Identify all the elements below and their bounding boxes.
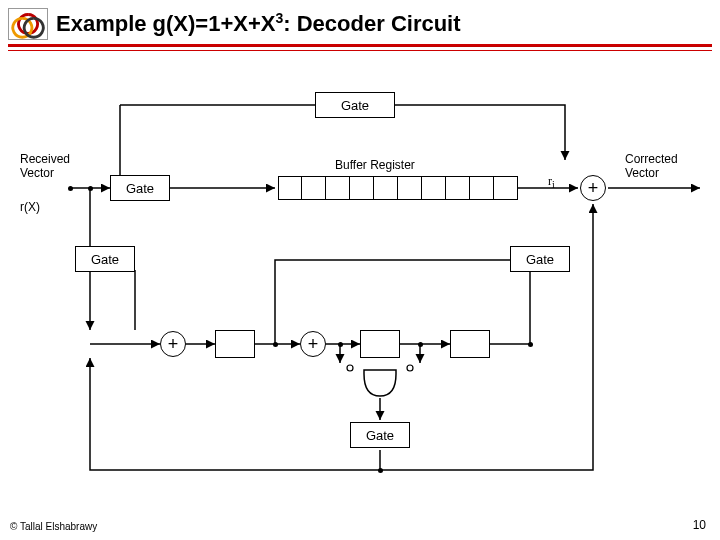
ri-label: ri: [548, 174, 555, 190]
gate-box-top: Gate: [315, 92, 395, 118]
buffer-label: Buffer Register: [335, 158, 415, 172]
received-vector-label: Received Vector: [20, 152, 70, 180]
divider: [8, 44, 712, 47]
node-dot: [418, 342, 423, 347]
corrected-vector-label: Corrected Vector: [625, 152, 678, 180]
divider: [8, 50, 712, 51]
buffer-register: [278, 176, 518, 200]
gate-box-left: Gate: [110, 175, 170, 201]
node-dot: [273, 342, 278, 347]
svg-point-0: [347, 365, 353, 371]
adder-stage1: +: [300, 331, 326, 357]
node-dot: [88, 186, 93, 191]
and-gate-icon: [362, 368, 398, 398]
gate-box-bottom: Gate: [350, 422, 410, 448]
register-stage-0: [215, 330, 255, 358]
gate-box-mid-left: Gate: [75, 246, 135, 272]
adder-stage0: +: [160, 331, 186, 357]
slide-header: Example g(X)=1+X+X3: Decoder Circuit: [8, 8, 712, 40]
node-dot: [528, 342, 533, 347]
page-number: 10: [693, 518, 706, 532]
rx-label: r(X): [20, 200, 40, 214]
node-dot: [68, 186, 73, 191]
adder-output: +: [580, 175, 606, 201]
svg-point-1: [407, 365, 413, 371]
gate-box-mid-right: Gate: [510, 246, 570, 272]
logo-icon: [8, 8, 48, 40]
register-stage-1: [360, 330, 400, 358]
register-stage-2: [450, 330, 490, 358]
node-dot: [338, 342, 343, 347]
diagram: Gate Received Vector r(X) Gate Buffer Re…: [0, 60, 720, 500]
node-dot: [378, 468, 383, 473]
footer-copyright: © Tallal Elshabrawy: [10, 521, 97, 532]
page-title: Example g(X)=1+X+X3: Decoder Circuit: [56, 10, 461, 37]
